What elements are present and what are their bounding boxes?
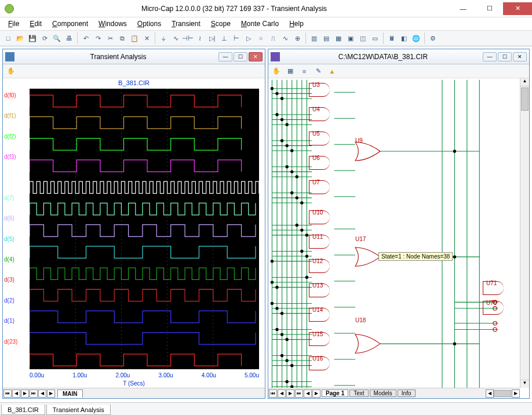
cascade-icon[interactable]: ▥: [308, 32, 320, 44]
mdi-maximize-button[interactable]: ☐: [498, 52, 512, 61]
maximize-button[interactable]: ☐: [476, 2, 503, 15]
plot-nav-last[interactable]: ⏭: [30, 389, 38, 398]
warning-icon[interactable]: ▲: [326, 65, 338, 77]
list-icon[interactable]: ≡: [298, 65, 310, 77]
mdi-minimize-button[interactable]: —: [483, 52, 497, 61]
cut-icon[interactable]: ✂: [104, 32, 116, 44]
sch-nav-last[interactable]: ⏭: [295, 389, 303, 398]
menu-windows[interactable]: Windows: [94, 19, 132, 29]
hscroll-left-icon[interactable]: ◀: [486, 389, 494, 398]
resistor-icon[interactable]: ∿: [170, 32, 181, 44]
battery-icon[interactable]: ⊕: [291, 32, 303, 44]
menu-montecarlo[interactable]: Monte Carlo: [236, 19, 283, 29]
plot-area: B_381.CIR d(f0)d(f1)d(f2)d(f3)d(8)d(7)d(…: [3, 78, 265, 398]
menu-transient[interactable]: Transient: [167, 19, 205, 29]
sch-nav-prev[interactable]: ◀: [278, 389, 286, 398]
menu-options[interactable]: Options: [133, 19, 166, 29]
plot-nav-next[interactable]: ▶: [21, 389, 29, 398]
delete-icon[interactable]: ✕: [141, 32, 152, 44]
save-icon[interactable]: 💾: [27, 32, 38, 44]
scroll-thumb[interactable]: [521, 88, 529, 111]
menu-scope[interactable]: Scope: [206, 19, 235, 29]
copy-icon[interactable]: ⧉: [116, 32, 128, 44]
status-tab[interactable]: B_381.CIR: [1, 404, 45, 415]
open-icon[interactable]: 📂: [14, 32, 26, 44]
schematic-tab[interactable]: Text: [349, 389, 368, 397]
schematic-titlebar[interactable]: C:\MC12W\DATA\B_381.CIR — ☐ ✕: [268, 49, 529, 64]
refresh-icon[interactable]: ⟳: [39, 32, 50, 44]
edit-icon[interactable]: ✎: [312, 65, 324, 77]
schematic-tab[interactable]: Info: [398, 389, 416, 397]
capacitor-icon[interactable]: ⊣⊢: [182, 32, 194, 44]
pulse-icon[interactable]: ⎍: [267, 32, 279, 44]
trace-label: d(f3): [4, 154, 27, 160]
paste-icon[interactable]: 📋: [129, 32, 140, 44]
scroll-up-icon[interactable]: ▲: [520, 78, 529, 86]
tile-h-icon[interactable]: ▤: [320, 32, 332, 44]
transient-titlebar[interactable]: Transient Analysis — ☐ ✕: [3, 49, 265, 64]
plot-canvas[interactable]: [30, 89, 259, 369]
status-tab[interactable]: Transient Analysis: [46, 404, 111, 415]
new-icon[interactable]: □: [2, 32, 14, 44]
mdi-close-button[interactable]: ✕: [513, 52, 527, 61]
close-button[interactable]: ✕: [503, 2, 532, 15]
preview-icon[interactable]: 🔍: [51, 32, 63, 44]
tile-v-icon[interactable]: ▦: [333, 32, 344, 44]
plot-nav-first[interactable]: ⏮: [3, 389, 12, 398]
plot-tab-main[interactable]: MAIN: [57, 389, 83, 398]
grid-icon[interactable]: ▦: [285, 65, 296, 77]
mdi-close-button[interactable]: ✕: [249, 52, 263, 61]
transistor-icon[interactable]: ⊥: [218, 32, 230, 44]
calc-icon[interactable]: 🖩: [386, 32, 398, 44]
window1-icon[interactable]: ◫: [357, 32, 369, 44]
trace-label: d(5): [4, 236, 27, 242]
redo-icon[interactable]: ↷: [92, 32, 104, 44]
inductor-icon[interactable]: ≀: [194, 32, 206, 44]
hscroll-thumb[interactable]: [494, 390, 511, 397]
separator: [155, 32, 155, 44]
svg-point-28: [285, 123, 288, 126]
hscroll-right-icon[interactable]: ▶: [512, 389, 520, 398]
schematic-canvas[interactable]: U3U4U5U6U7U10U11U12U13U14U15U16U9U17U18U…: [268, 78, 529, 398]
undo-icon[interactable]: ↶: [80, 32, 92, 44]
vertical-scrollbar[interactable]: ▲ ▼: [520, 78, 529, 388]
diode-icon[interactable]: ▷|: [206, 32, 218, 44]
svg-point-73: [271, 302, 274, 305]
minimize-button[interactable]: —: [450, 2, 476, 15]
scroll-down-icon[interactable]: ▼: [520, 380, 529, 388]
status-bar: B_381.CIRTransient Analysis: [0, 402, 532, 415]
window2-icon[interactable]: ▭: [369, 32, 381, 44]
sine-icon[interactable]: ∿: [279, 32, 291, 44]
sch-nav-next2[interactable]: ▶: [312, 389, 320, 398]
settings-icon[interactable]: ⚙: [427, 32, 439, 44]
mdi-minimize-button[interactable]: —: [218, 52, 232, 61]
plot-xaxis: 0.00u1.00u2.00u3.00u4.00u5.00u: [30, 372, 259, 378]
fet-icon[interactable]: ⊢: [231, 32, 242, 44]
pan-icon[interactable]: ✋: [5, 65, 17, 77]
ground-icon[interactable]: ⏚: [158, 32, 169, 44]
opamp-icon[interactable]: ▷: [243, 32, 254, 44]
svg-point-66: [305, 276, 308, 279]
schematic-tab[interactable]: Models: [370, 389, 396, 397]
svg-point-47: [296, 196, 298, 199]
arrange-icon[interactable]: ▣: [345, 32, 356, 44]
print-icon[interactable]: 🖶: [63, 32, 75, 44]
source-icon[interactable]: ○: [255, 32, 267, 44]
schematic-tab[interactable]: Page 1: [322, 389, 348, 397]
menu-edit[interactable]: Edit: [25, 19, 46, 29]
menu-file[interactable]: File: [3, 19, 24, 29]
menu-component[interactable]: Component: [48, 19, 93, 29]
sch-nav-next[interactable]: ▶: [286, 389, 294, 398]
plot-nav-prev2[interactable]: ◀: [38, 389, 46, 398]
mdi-maximize-button[interactable]: ☐: [234, 52, 247, 61]
sch-nav-first[interactable]: ⏮: [269, 389, 277, 398]
svg-point-54: [300, 228, 303, 231]
menu-help[interactable]: Help: [285, 19, 308, 29]
plot-nav-prev[interactable]: ◀: [12, 389, 20, 398]
pan-icon[interactable]: ✋: [271, 65, 282, 77]
plot-nav-next2[interactable]: ▶: [47, 389, 55, 398]
globe-icon[interactable]: 🌐: [410, 32, 422, 44]
trace-label: d(6): [4, 215, 27, 221]
tool1-icon[interactable]: ◧: [398, 32, 410, 44]
sch-nav-prev2[interactable]: ◀: [304, 389, 312, 398]
